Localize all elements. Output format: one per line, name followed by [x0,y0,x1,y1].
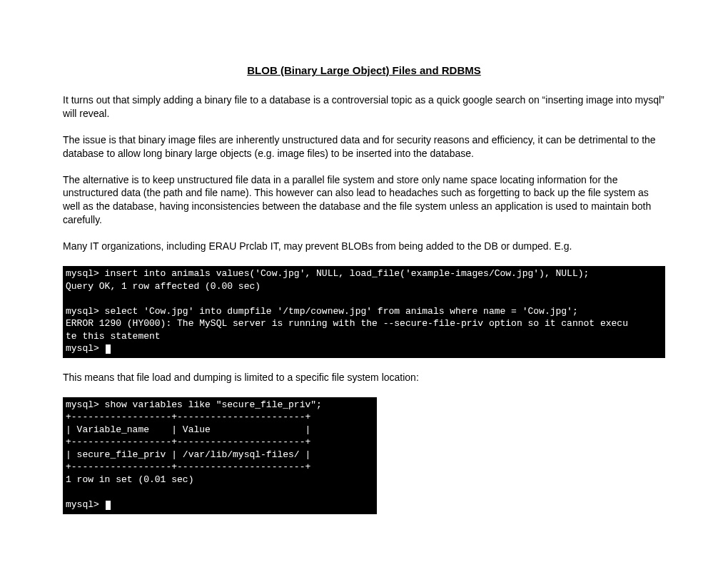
prompt-text: mysql> [66,499,105,510]
terminal-block-1: mysql> insert into animals values('Cow.j… [63,266,665,358]
terminal-line [66,292,662,305]
terminal-line: +------------------+--------------------… [66,411,374,424]
page-title: BLOB (Binary Large Object) Files and RDB… [63,64,665,76]
terminal-line: mysql> show variables like "secure_file_… [66,399,374,412]
document-page: BLOB (Binary Large Object) Files and RDB… [0,0,728,562]
paragraph: Many IT organizations, including ERAU Pr… [63,240,665,253]
terminal-line [66,486,374,499]
terminal-line: 1 row in set (0.01 sec) [66,474,374,486]
terminal-line: | secure_file_priv | /var/lib/mysql-file… [66,449,374,461]
paragraph: The issue is that binary image files are… [63,133,665,160]
terminal-line: mysql> insert into animals values('Cow.j… [66,267,662,280]
paragraph: The alternative is to keep unstructured … [63,173,665,228]
terminal-line: +------------------+--------------------… [66,436,374,449]
terminal-line: +------------------+--------------------… [66,461,374,474]
cursor-icon [106,344,111,354]
terminal-line: mysql> select 'Cow.jpg' into dumpfile '/… [66,305,662,318]
terminal-prompt: mysql> [66,499,374,511]
terminal-line: Query OK, 1 row affected (0.00 sec) [66,280,662,293]
terminal-line: ERROR 1290 (HY000): The MySQL server is … [66,317,662,330]
terminal-block-2: mysql> show variables like "secure_file_… [63,397,377,514]
terminal-prompt: mysql> [66,342,662,355]
paragraph: This means that file load and dumping is… [63,371,665,384]
paragraph: It turns out that simply adding a binary… [63,93,665,121]
terminal-line: te this statement [66,330,662,343]
terminal-line: | Variable_name | Value | [66,424,374,436]
cursor-icon [106,501,111,510]
prompt-text: mysql> [66,343,105,354]
